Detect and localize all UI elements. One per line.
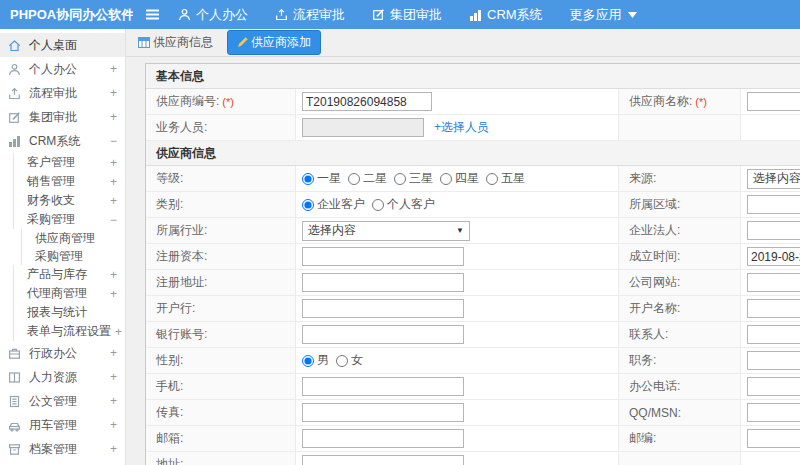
text-input[interactable] (302, 118, 424, 137)
radio-input[interactable] (348, 173, 360, 185)
radio-option[interactable]: 三星 (394, 170, 433, 187)
text-input[interactable] (302, 377, 464, 396)
radio-option[interactable]: 二星 (348, 170, 387, 187)
select-value: 选择内容 (308, 222, 356, 239)
caret-down-icon (628, 12, 637, 18)
radio-input[interactable] (440, 173, 452, 185)
sidebar-item[interactable]: 个人办公+ (0, 57, 125, 81)
form-row: 性别:男女职务: (146, 348, 800, 374)
sidebar-item[interactable]: 表单与流程设置+ (13, 322, 125, 341)
select-dropdown[interactable]: 选择内容▼ (302, 221, 470, 241)
radio-input[interactable] (394, 173, 406, 185)
tab-label: 供应商信息 (153, 34, 213, 51)
text-input[interactable] (747, 403, 800, 422)
sidebar-item[interactable]: 产品与库存+ (13, 265, 125, 284)
text-input[interactable] (302, 273, 464, 292)
field-label: 业务人员: (156, 119, 207, 136)
text-input[interactable] (302, 455, 464, 465)
field-label-cell: 地址: (146, 452, 296, 465)
select-person-link[interactable]: +选择人员 (434, 119, 489, 136)
expand-toggle-icon: + (111, 325, 122, 339)
text-input[interactable] (747, 325, 800, 344)
text-input[interactable] (747, 429, 800, 448)
radio-input[interactable] (336, 355, 348, 367)
sidebar-item[interactable]: 行政办公+ (0, 341, 125, 365)
tab-supplier-add[interactable]: 供应商添加 (227, 30, 321, 55)
sidebar-item[interactable]: 用车管理+ (0, 413, 125, 437)
sidebar-item-label: 报表与统计 (27, 304, 87, 321)
topbar: PHPOA协同办公软件 个人办公流程审批集团审批CRM系统更多应用 (0, 0, 800, 29)
expand-toggle-icon: + (106, 287, 117, 301)
radio-input[interactable] (302, 173, 314, 185)
sidebar-item[interactable]: 公文管理+ (0, 389, 125, 413)
radio-option[interactable]: 四星 (440, 170, 479, 187)
field-cell (741, 244, 800, 269)
field-label: 银行账号: (156, 326, 207, 343)
text-input[interactable] (302, 403, 464, 422)
sidebar-item[interactable]: 代理商管理+ (13, 284, 125, 303)
field-label-cell (619, 115, 741, 140)
text-input[interactable] (302, 325, 464, 344)
field-label-cell: 开户行: (146, 296, 296, 321)
expand-toggle-icon: + (106, 268, 117, 282)
sidebar-item[interactable]: CRM系统− (0, 129, 125, 153)
sidebar-item[interactable]: 采购管理− (13, 210, 125, 229)
sidebar-item[interactable]: 客户管理+ (13, 153, 125, 172)
text-input[interactable] (747, 195, 800, 214)
text-input[interactable] (302, 429, 464, 448)
sidebar-item[interactable]: 供应商管理 (21, 229, 125, 247)
field-label-cell: 手机: (146, 374, 296, 399)
field-label: 性别: (156, 352, 183, 369)
radio-input[interactable] (302, 199, 314, 211)
sidebar-item-label: 流程审批 (29, 85, 77, 102)
radio-option[interactable]: 女 (336, 352, 363, 369)
radio-option[interactable]: 企业客户 (302, 196, 365, 213)
sidebar-item[interactable]: 集团审批+ (0, 105, 125, 129)
text-input[interactable] (302, 247, 464, 266)
nav-item-label: 集团审批 (390, 6, 442, 24)
sidebar-item[interactable]: 财务收支+ (13, 191, 125, 210)
text-input[interactable] (747, 273, 800, 292)
office-icon (8, 347, 23, 360)
field-label: 类别: (156, 196, 183, 213)
sidebar-item[interactable]: 流程审批+ (0, 81, 125, 105)
field-label-cell (619, 452, 741, 465)
text-input[interactable] (747, 351, 800, 370)
hamburger-menu-button[interactable] (145, 9, 160, 20)
radio-option[interactable]: 男 (302, 352, 329, 369)
text-input[interactable] (747, 377, 800, 396)
nav-item[interactable]: 流程审批 (275, 6, 345, 24)
field-cell (296, 452, 619, 465)
text-input[interactable] (747, 299, 800, 318)
sidebar-item[interactable]: 销售管理+ (13, 172, 125, 191)
sidebar-item-label: 销售管理 (27, 173, 75, 190)
radio-input[interactable] (486, 173, 498, 185)
nav-item[interactable]: CRM系统 (469, 6, 543, 24)
text-input[interactable] (747, 92, 800, 111)
nav-item[interactable]: 集团审批 (372, 6, 442, 24)
text-input[interactable] (747, 221, 800, 240)
nav-item[interactable]: 更多应用 (570, 6, 637, 24)
text-input[interactable] (302, 299, 464, 318)
sidebar-item[interactable]: 档案管理+ (0, 437, 125, 461)
radio-option[interactable]: 个人客户 (372, 196, 435, 213)
radio-option[interactable]: 一星 (302, 170, 341, 187)
sidebar-item[interactable]: 人力资源+ (0, 365, 125, 389)
nav-item[interactable]: 个人办公 (178, 6, 248, 24)
radio-option[interactable]: 五星 (486, 170, 525, 187)
select-dropdown[interactable]: 选择内容▼ (747, 169, 800, 189)
text-input[interactable] (302, 92, 432, 111)
sidebar-item[interactable]: 采购管理 (21, 247, 125, 265)
radio-input[interactable] (372, 199, 384, 211)
radio-input[interactable] (302, 355, 314, 367)
expand-toggle-icon: − (106, 134, 117, 148)
form-row: 手机:办公电话: (146, 374, 800, 400)
radio-label: 个人客户 (387, 196, 435, 213)
sidebar-item[interactable]: 报表与统计 (13, 303, 125, 322)
chart-icon (469, 9, 482, 21)
text-input[interactable] (747, 247, 800, 266)
sidebar-item[interactable]: 个人桌面 (0, 33, 125, 57)
tab-supplier-info[interactable]: 供应商信息 (134, 31, 217, 54)
field-label: 注册地址: (156, 274, 207, 291)
field-label: 传真: (156, 404, 183, 421)
